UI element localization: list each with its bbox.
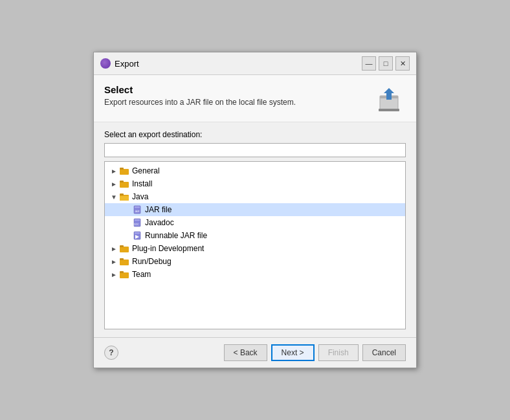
tree-item-run-debug[interactable]: ► Run/Debug bbox=[105, 255, 405, 268]
svg-rect-23 bbox=[120, 258, 124, 260]
svg-rect-9 bbox=[120, 193, 124, 195]
content-area: Select an export destination: ► General … bbox=[94, 122, 416, 337]
export-dialog: Export ― □ ✕ Select Export resources int… bbox=[93, 52, 417, 368]
footer-right: < Back Next > Finish Cancel bbox=[224, 344, 406, 361]
header-description: Export resources into a JAR file on the … bbox=[104, 98, 296, 107]
item-label: Java bbox=[132, 192, 148, 201]
collapse-arrow[interactable]: ▼ bbox=[110, 193, 118, 201]
tree-item-general[interactable]: ► General bbox=[105, 164, 405, 177]
tree-item-runnable-jar[interactable]: Runnable JAR file bbox=[105, 229, 405, 242]
header-text: Select Export resources into a JAR file … bbox=[104, 84, 296, 107]
svg-rect-18 bbox=[135, 232, 140, 234]
folder-icon bbox=[119, 269, 129, 280]
tree-item-install[interactable]: ► Install bbox=[105, 177, 405, 190]
destination-label: Select an export destination: bbox=[104, 130, 406, 139]
svg-rect-10 bbox=[120, 196, 129, 201]
item-label: Javadoc bbox=[145, 218, 174, 227]
svg-rect-3 bbox=[379, 109, 399, 111]
search-input[interactable] bbox=[104, 143, 406, 157]
svg-rect-5 bbox=[120, 168, 124, 170]
tree-container[interactable]: ► General ► Install ▼ Java bbox=[104, 161, 406, 329]
jar-icon: JAR bbox=[132, 204, 142, 215]
folder-icon bbox=[119, 243, 129, 254]
svg-rect-22 bbox=[120, 260, 129, 265]
tree-item-jar-file[interactable]: JAR JAR file bbox=[105, 203, 405, 216]
svg-text:JAR: JAR bbox=[135, 210, 140, 213]
svg-rect-4 bbox=[120, 169, 129, 175]
finish-button[interactable]: Finish bbox=[318, 344, 359, 361]
tree-item-java[interactable]: ▼ Java bbox=[105, 190, 405, 203]
footer: ? < Back Next > Finish Cancel bbox=[94, 337, 416, 368]
tree-item-plugin-dev[interactable]: ► Plug-in Development bbox=[105, 242, 405, 255]
svg-text:DOC: DOC bbox=[134, 223, 139, 226]
minimize-button[interactable]: ― bbox=[362, 56, 376, 71]
folder-icon bbox=[119, 256, 129, 267]
tree-item-team[interactable]: ► Team bbox=[105, 268, 405, 281]
maximize-button[interactable]: □ bbox=[379, 56, 393, 71]
item-label: Team bbox=[132, 270, 151, 279]
svg-rect-20 bbox=[120, 247, 129, 252]
cancel-button[interactable]: Cancel bbox=[362, 344, 406, 361]
svg-rect-21 bbox=[120, 245, 124, 247]
header-area: Select Export resources into a JAR file … bbox=[94, 75, 416, 122]
folder-icon bbox=[119, 179, 129, 189]
svg-rect-24 bbox=[120, 272, 129, 278]
expand-arrow[interactable]: ► bbox=[110, 181, 118, 188]
svg-rect-7 bbox=[120, 181, 124, 182]
item-label: Plug-in Development bbox=[132, 244, 204, 253]
item-label: Runnable JAR file bbox=[145, 231, 207, 240]
runnable-icon bbox=[132, 230, 142, 241]
window-controls: ― □ ✕ bbox=[362, 56, 410, 71]
item-label: General bbox=[132, 166, 160, 175]
tree-item-javadoc[interactable]: DOC Javadoc bbox=[105, 216, 405, 229]
javadoc-icon: DOC bbox=[132, 217, 142, 228]
item-label: Install bbox=[132, 179, 152, 188]
folder-icon bbox=[119, 192, 129, 202]
svg-rect-12 bbox=[135, 206, 140, 208]
header-icon bbox=[375, 84, 406, 115]
expand-arrow[interactable]: ► bbox=[110, 258, 118, 265]
title-bar: Export ― □ ✕ bbox=[94, 52, 416, 75]
export-icon-svg bbox=[377, 87, 403, 113]
expand-arrow[interactable]: ► bbox=[110, 168, 118, 175]
svg-rect-6 bbox=[120, 182, 129, 188]
next-button[interactable]: Next > bbox=[271, 344, 315, 361]
svg-rect-25 bbox=[120, 271, 124, 273]
back-button[interactable]: < Back bbox=[224, 344, 267, 361]
item-label: Run/Debug bbox=[132, 257, 172, 266]
expand-arrow[interactable]: ► bbox=[110, 271, 118, 278]
help-button[interactable]: ? bbox=[104, 346, 118, 360]
expand-arrow[interactable]: ► bbox=[110, 245, 118, 252]
header-title: Select bbox=[104, 84, 296, 95]
close-button[interactable]: ✕ bbox=[395, 56, 410, 71]
item-label: JAR file bbox=[145, 205, 172, 214]
folder-icon bbox=[119, 166, 129, 176]
dialog-icon bbox=[100, 58, 111, 69]
footer-left: ? bbox=[104, 346, 220, 360]
svg-rect-15 bbox=[135, 219, 140, 221]
dialog-title: Export bbox=[115, 59, 358, 69]
